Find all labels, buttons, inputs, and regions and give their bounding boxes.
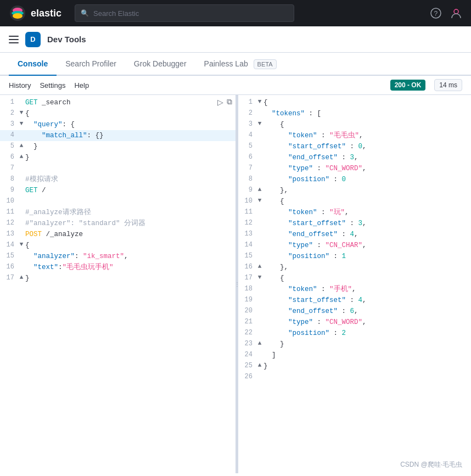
r-line-content-14: "type" : "CN_CHAR",	[263, 240, 471, 251]
line-num-5: 5	[0, 141, 18, 152]
r-line-num-1: 1	[238, 97, 256, 108]
r-code-line-15: 15 "position" : 1	[238, 251, 471, 262]
r-code-line-13: 13 "end_offset" : 4,	[238, 229, 471, 240]
r-line-content-12: "start_offset" : 3,	[263, 218, 471, 229]
nav-icons: ?	[430, 7, 462, 19]
line-fold-7	[18, 163, 25, 173]
line-num-7: 7	[0, 163, 18, 173]
r-line-content-5: "start_offset" : 0,	[263, 141, 471, 152]
r-line-num-12: 12	[238, 218, 256, 228]
r-code-line-10: 10 ▼ {	[238, 196, 471, 207]
line-fold-15	[18, 251, 25, 261]
help-icon[interactable]: ?	[430, 8, 441, 19]
code-line-6: 6 ▲ }	[0, 152, 236, 163]
r-line-num-14: 14	[238, 240, 256, 250]
r-line-content-24: ]	[263, 350, 471, 361]
r-line-content-15: "position" : 1	[263, 251, 471, 262]
left-editor-panel[interactable]: 1 GET _search ▷ ⧉ 2 ▼ { 3 ▼ "query": {	[0, 95, 236, 473]
line-content-12: #"analyzer": "standard" 分词器	[25, 218, 236, 229]
tab-painless-lab[interactable]: Painless Lab BETA	[195, 53, 285, 76]
line-content-15: "analyzer": "ik_smart",	[25, 251, 236, 262]
code-line-3: 3 ▼ "query": {	[0, 119, 236, 130]
line-fold-5[interactable]: ▲	[18, 141, 25, 151]
r-line-num-16: 16	[238, 262, 256, 272]
r-line-fold-8	[256, 174, 263, 184]
line-fold-16	[18, 262, 25, 272]
global-search-bar[interactable]: 🔍	[75, 4, 294, 22]
r-line-num-3: 3	[238, 119, 256, 130]
code-line-12: 12 #"analyzer": "standard" 分词器	[0, 218, 236, 229]
global-search-input[interactable]	[93, 9, 288, 18]
line-fold-3[interactable]: ▼	[18, 119, 25, 129]
line-fold-9	[18, 185, 25, 195]
top-nav: elastic 🔍 ?	[0, 0, 471, 26]
r-line-num-7: 7	[238, 163, 256, 173]
svg-point-6	[454, 9, 458, 14]
r-line-num-2: 2	[238, 108, 256, 119]
tab-search-profiler[interactable]: Search Profiler	[57, 53, 125, 76]
r-line-num-18: 18	[238, 284, 256, 294]
line-content-2: {	[25, 108, 236, 119]
line-num-3: 3	[0, 119, 18, 130]
r-line-content-7: "type" : "CN_WORD",	[263, 163, 471, 174]
line-fold-2[interactable]: ▼	[18, 108, 25, 118]
copy-curl-button[interactable]: ⧉	[227, 97, 232, 107]
r-code-line-7: 7 "type" : "CN_WORD",	[238, 163, 471, 174]
line-num-11: 11	[0, 207, 18, 217]
help-button[interactable]: Help	[74, 81, 89, 89]
r-line-content-21: "type" : "CN_WORD",	[263, 317, 471, 328]
elastic-logo[interactable]: elastic	[9, 4, 61, 22]
action-icons: ▷ ⧉	[217, 97, 236, 107]
r-line-fold-23[interactable]: ▲	[256, 339, 263, 349]
line-fold-14[interactable]: ▼	[18, 240, 25, 250]
r-line-content-13: "end_offset" : 4,	[263, 229, 471, 240]
r-code-line-20: 20 "end_offset" : 6,	[238, 306, 471, 317]
beta-badge: BETA	[254, 59, 277, 69]
tab-console[interactable]: Console	[9, 53, 57, 76]
r-line-fold-10[interactable]: ▼	[256, 196, 263, 206]
line-content-8: #模拟请求	[25, 174, 236, 185]
r-line-fold-22	[256, 328, 263, 338]
r-line-content-11: "token" : "玩",	[263, 207, 471, 218]
r-line-fold-1[interactable]: ▼	[256, 97, 263, 107]
line-content-10	[25, 196, 236, 207]
r-line-content-20: "end_offset" : 6,	[263, 306, 471, 317]
code-line-2: 2 ▼ {	[0, 108, 236, 119]
r-line-num-22: 22	[238, 328, 256, 338]
r-line-fold-12	[256, 218, 263, 228]
r-line-content-19: "start_offset" : 4,	[263, 295, 471, 306]
settings-button[interactable]: Settings	[40, 81, 65, 89]
r-line-num-9: 9	[238, 185, 256, 195]
run-button[interactable]: ▷	[217, 98, 223, 107]
hamburger-button[interactable]	[9, 35, 19, 44]
line-fold-6[interactable]: ▲	[18, 152, 25, 162]
left-code-editor[interactable]: 1 GET _search ▷ ⧉ 2 ▼ { 3 ▼ "query": {	[0, 95, 236, 286]
user-icon[interactable]	[450, 7, 462, 19]
r-line-num-20: 20	[238, 306, 256, 316]
r-line-fold-3[interactable]: ▼	[256, 119, 263, 129]
line-fold-17[interactable]: ▲	[18, 273, 25, 283]
line-content-3: "query": {	[25, 119, 236, 130]
r-line-fold-20	[256, 306, 263, 316]
tab-bar: Console Search Profiler Grok Debugger Pa…	[0, 53, 471, 76]
logo-text: elastic	[31, 8, 61, 19]
r-code-line-18: 18 "token" : "手机",	[238, 284, 471, 295]
r-line-content-2: "tokens" : [	[263, 108, 471, 119]
r-line-num-6: 6	[238, 152, 256, 163]
r-code-line-26: 26	[238, 372, 471, 383]
elastic-logo-icon	[9, 4, 26, 22]
r-code-line-25: 25 ▲ }	[238, 361, 471, 372]
r-line-fold-17[interactable]: ▼	[256, 273, 263, 283]
app-bar: D Dev Tools	[0, 26, 471, 53]
r-line-content-10: {	[263, 196, 471, 207]
r-code-line-19: 19 "start_offset" : 4,	[238, 295, 471, 306]
r-line-fold-18	[256, 284, 263, 294]
r-code-line-4: 4 "token" : "毛毛虫",	[238, 130, 471, 141]
r-line-fold-25[interactable]: ▲	[256, 361, 263, 371]
r-line-fold-9[interactable]: ▲	[256, 185, 263, 195]
r-line-num-23: 23	[238, 339, 256, 349]
search-icon: 🔍	[81, 9, 89, 17]
tab-grok-debugger[interactable]: Grok Debugger	[125, 53, 195, 76]
r-line-fold-16[interactable]: ▲	[256, 262, 263, 272]
history-button[interactable]: History	[9, 81, 31, 89]
